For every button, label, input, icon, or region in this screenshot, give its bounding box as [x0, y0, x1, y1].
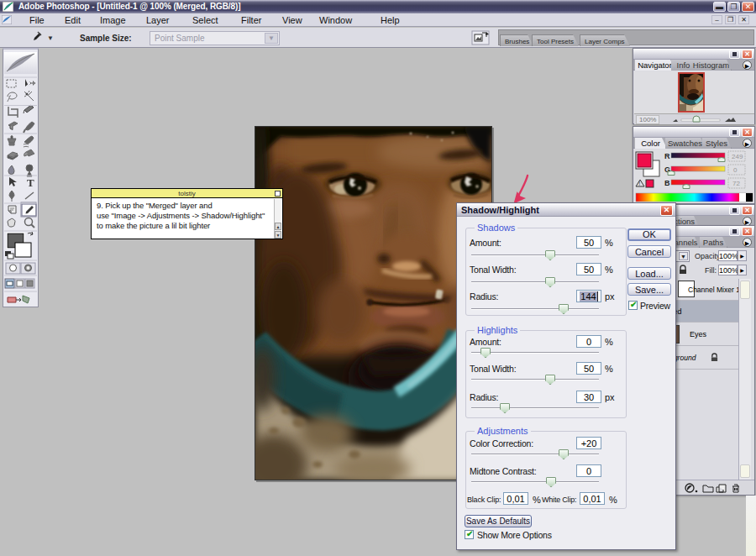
svg-text:R: R	[664, 152, 670, 160]
svg-text:B: B	[664, 179, 670, 187]
svg-text:T: T	[27, 176, 34, 189]
svg-text:0: 0	[733, 166, 738, 174]
svg-text:!: !	[638, 181, 640, 186]
svg-text:72: 72	[732, 180, 740, 187]
svg-text:249: 249	[732, 153, 743, 160]
